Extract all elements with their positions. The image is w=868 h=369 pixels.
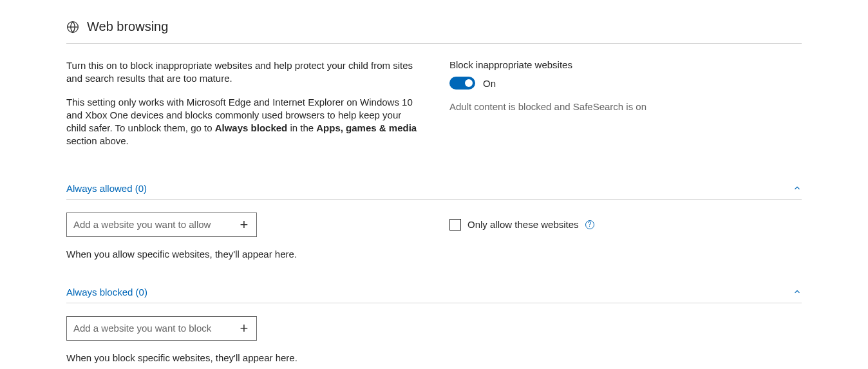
description-1: Turn this on to block inappropriate webs… — [66, 59, 424, 86]
always-allowed-header[interactable]: Always allowed (0) — [66, 176, 802, 200]
description-2-bold2: Apps, games & media — [316, 122, 417, 133]
block-websites-toggle[interactable] — [449, 77, 475, 90]
globe-icon — [66, 21, 79, 33]
description-2-mid: in the — [287, 122, 316, 133]
chevron-up-icon — [793, 184, 802, 193]
toggle-label: Block inappropriate websites — [449, 59, 802, 70]
description-column: Turn this on to block inappropriate webs… — [66, 59, 424, 158]
block-website-input[interactable] — [67, 317, 232, 339]
blocked-input-wrapper: + — [66, 316, 424, 341]
chevron-up-icon — [793, 287, 802, 296]
allow-input-group: + — [66, 213, 257, 237]
blocked-helper-text: When you block specific websites, they'l… — [66, 352, 802, 363]
section-header: Web browsing — [66, 19, 802, 44]
description-2: This setting only works with Microsoft E… — [66, 96, 424, 148]
toggle-state: On — [483, 78, 496, 89]
always-blocked-title: Always blocked (0) — [66, 287, 147, 298]
block-input-group: + — [66, 316, 257, 341]
add-blocked-button[interactable]: + — [232, 320, 256, 337]
always-blocked-header[interactable]: Always blocked (0) — [66, 280, 802, 303]
toggle-column: Block inappropriate websites On Adult co… — [449, 59, 802, 158]
allowed-input-wrapper: + — [66, 213, 424, 237]
blocked-input-row: + — [66, 316, 802, 341]
only-allow-wrapper: Only allow these websites ? — [449, 219, 802, 231]
toggle-status-text: Adult content is blocked and SafeSearch … — [449, 101, 802, 112]
info-icon[interactable]: ? — [585, 220, 594, 229]
description-2-post: section above. — [66, 135, 129, 146]
always-allowed-title: Always allowed (0) — [66, 183, 147, 194]
only-allow-label: Only allow these websites — [467, 219, 579, 230]
allowed-input-row: + Only allow these websites ? — [66, 213, 802, 237]
allowed-helper-text: When you allow specific websites, they'l… — [66, 249, 802, 260]
main-content-row: Turn this on to block inappropriate webs… — [66, 59, 802, 158]
only-allow-checkbox[interactable] — [449, 219, 461, 231]
allow-website-input[interactable] — [67, 214, 232, 235]
toggle-row: On — [449, 77, 802, 90]
section-title: Web browsing — [87, 19, 168, 34]
description-2-bold1: Always blocked — [215, 122, 288, 133]
add-allowed-button[interactable]: + — [232, 216, 256, 233]
toggle-knob — [465, 79, 473, 87]
